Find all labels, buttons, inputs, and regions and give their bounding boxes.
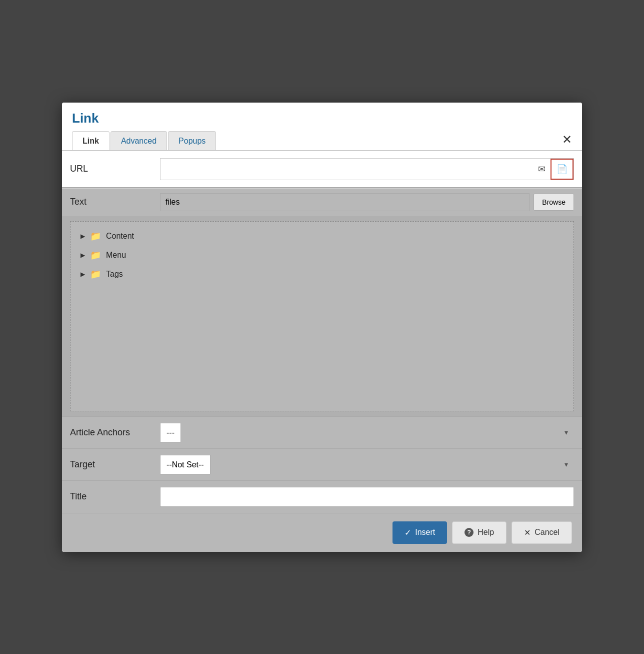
document-icon: 📄 xyxy=(556,164,568,174)
tree-item-tags[interactable]: ▶ 📁 Tags xyxy=(70,265,574,284)
url-row: URL ✉ 📄 xyxy=(62,151,582,188)
folder-icon-menu: 📁 xyxy=(90,250,101,261)
target-select[interactable]: --Not Set-- xyxy=(160,455,210,474)
tree-label-content: Content xyxy=(106,232,134,241)
url-input-wrap: ✉ 📄 xyxy=(160,158,574,180)
tab-popups[interactable]: Popups xyxy=(168,131,216,151)
tab-bar: Link Advanced Popups xyxy=(72,131,217,151)
file-tree: ▶ 📁 Content ▶ 📁 Menu ▶ 📁 Tags xyxy=(70,221,574,411)
text-input[interactable] xyxy=(160,193,530,211)
text-row: Text Browse xyxy=(62,188,582,216)
help-label: Help xyxy=(478,528,494,537)
tree-item-content[interactable]: ▶ 📁 Content xyxy=(70,227,574,246)
url-label: URL xyxy=(70,164,160,174)
title-label: Title xyxy=(70,491,160,502)
tree-item-menu[interactable]: ▶ 📁 Menu xyxy=(70,246,574,265)
article-anchors-select[interactable]: --- xyxy=(160,423,181,442)
link-modal: Link Link Advanced Popups ✕ URL ✉ 📄 xyxy=(62,103,582,552)
modal-header: Link Link Advanced Popups ✕ xyxy=(62,103,582,151)
article-anchors-row: Article Anchors --- xyxy=(62,416,582,448)
insert-button[interactable]: ✓ Insert xyxy=(392,521,447,544)
help-circle-icon: ? xyxy=(464,528,474,537)
browse-button[interactable]: Browse xyxy=(534,194,574,211)
url-input[interactable] xyxy=(160,160,533,179)
target-row: Target --Not Set-- xyxy=(62,448,582,480)
document-icon-button[interactable]: 📄 xyxy=(550,159,574,180)
modal-body: URL ✉ 📄 Text Browse ▶ 📁 Content xyxy=(62,151,582,513)
insert-label: Insert xyxy=(415,528,435,537)
tree-arrow-menu: ▶ xyxy=(80,252,85,259)
target-label: Target xyxy=(70,459,160,470)
tab-link[interactable]: Link xyxy=(72,131,110,151)
tree-label-menu: Menu xyxy=(106,251,126,260)
cancel-label: Cancel xyxy=(534,528,560,537)
article-anchors-select-wrap: --- xyxy=(160,423,574,442)
modal-title: Link xyxy=(72,111,217,131)
insert-checkmark-icon: ✓ xyxy=(404,528,411,537)
text-label: Text xyxy=(70,197,160,207)
tree-label-tags: Tags xyxy=(106,270,123,279)
mail-icon-button[interactable]: ✉ xyxy=(533,160,550,179)
mail-icon: ✉ xyxy=(538,164,546,174)
folder-icon-content: 📁 xyxy=(90,231,101,242)
title-row: Title xyxy=(62,480,582,513)
modal-footer: ✓ Insert ? Help ✕ Cancel xyxy=(62,513,582,552)
folder-icon-tags: 📁 xyxy=(90,269,101,280)
close-button[interactable]: ✕ xyxy=(562,134,572,151)
tab-advanced[interactable]: Advanced xyxy=(110,131,167,151)
tree-arrow-content: ▶ xyxy=(80,233,85,240)
article-anchors-label: Article Anchors xyxy=(70,427,160,438)
cancel-button[interactable]: ✕ Cancel xyxy=(512,521,572,544)
title-input[interactable] xyxy=(160,487,574,507)
target-select-wrap: --Not Set-- xyxy=(160,455,574,474)
help-button[interactable]: ? Help xyxy=(452,521,506,544)
tree-arrow-tags: ▶ xyxy=(80,271,85,278)
cancel-x-icon: ✕ xyxy=(524,528,530,537)
